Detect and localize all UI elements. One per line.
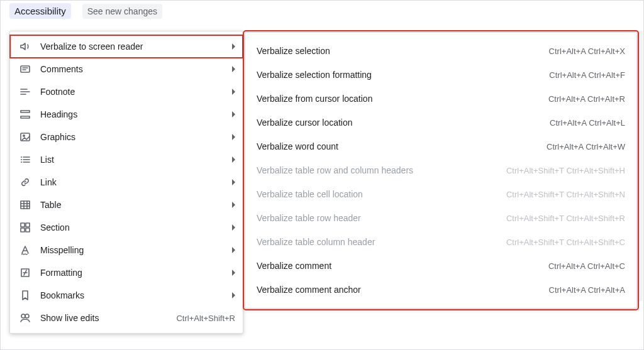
chevron-right-icon [232, 270, 235, 276]
formatting-icon [19, 266, 31, 279]
verbalize-submenu: Verbalize selectionCtrl+Alt+A Ctrl+Alt+X… [245, 32, 637, 309]
submenu-item[interactable]: Verbalize selectionCtrl+Alt+A Ctrl+Alt+X [245, 39, 636, 63]
chevron-right-icon [232, 202, 235, 208]
chevron-right-icon [232, 43, 235, 50]
dropdown-item-label: Headings [40, 109, 227, 119]
section-icon [19, 221, 31, 234]
submenu-item[interactable]: Verbalize word countCtrl+Alt+A Ctrl+Alt+… [245, 134, 636, 158]
svg-point-15 [25, 314, 29, 318]
dropdown-item-label: Section [40, 222, 227, 232]
submenu-item-shortcut: Ctrl+Alt+A Ctrl+Alt+X [549, 46, 625, 56]
dropdown-item-label: Misspelling [40, 245, 227, 255]
list-icon [19, 153, 31, 166]
svg-point-14 [21, 314, 25, 318]
submenu-item-shortcut: Ctrl+Alt+A Ctrl+Alt+F [549, 70, 625, 80]
svg-point-5 [21, 156, 22, 158]
chevron-right-icon [232, 156, 235, 163]
submenu-item[interactable]: Verbalize from cursor locationCtrl+Alt+A… [245, 87, 636, 111]
misspelling-icon [19, 244, 31, 256]
dropdown-item-list[interactable]: List [10, 148, 243, 171]
dropdown-item-bookmarks[interactable]: Bookmarks [10, 284, 243, 307]
submenu-item[interactable]: Verbalize commentCtrl+Alt+A Ctrl+Alt+C [245, 254, 636, 278]
accessibility-dropdown: Verbalize to screen readerCommentsFootno… [9, 31, 243, 334]
svg-point-7 [21, 161, 22, 163]
submenu-item-shortcut: Ctrl+Alt+A Ctrl+Alt+A [549, 285, 625, 295]
submenu-item-shortcut: Ctrl+Alt+A Ctrl+Alt+W [547, 142, 625, 151]
dropdown-item-label: Verbalize to screen reader [40, 41, 227, 52]
chevron-right-icon [232, 89, 235, 95]
dropdown-item-table[interactable]: Table [10, 194, 243, 216]
submenu-item-shortcut: Ctrl+Alt+Shift+T Ctrl+Alt+Shift+R [506, 214, 625, 223]
dropdown-item-label: Comments [40, 64, 227, 74]
dropdown-item-label: Footnote [40, 87, 227, 97]
live-edits-icon [19, 312, 31, 324]
submenu-item-label: Verbalize word count [257, 141, 338, 151]
svg-rect-2 [21, 116, 30, 118]
chevron-right-icon [232, 111, 235, 118]
submenu-item[interactable]: Verbalize cursor locationCtrl+Alt+A Ctrl… [245, 111, 636, 134]
submenu-item-label: Verbalize table column header [257, 237, 375, 247]
comments-icon [19, 63, 31, 75]
dropdown-item-section[interactable]: Section [10, 216, 243, 239]
toolbar: Accessibility See new changes [1, 1, 643, 24]
chevron-right-icon [232, 224, 235, 231]
dropdown-item-label: Bookmarks [40, 290, 227, 300]
dropdown-item-misspelling[interactable]: Misspelling [10, 239, 243, 261]
submenu-item-shortcut: Ctrl+Alt+A Ctrl+Alt+L [550, 118, 625, 128]
headings-icon [19, 108, 31, 121]
submenu-item-shortcut: Ctrl+Alt+Shift+T Ctrl+Alt+Shift+H [506, 166, 625, 175]
footnote-icon [19, 85, 31, 98]
speaker-icon [19, 40, 31, 53]
submenu-item-label: Verbalize table cell location [257, 189, 363, 199]
svg-rect-1 [21, 111, 30, 112]
link-icon [19, 176, 31, 189]
chevron-right-icon [232, 179, 235, 185]
chevron-right-icon [232, 66, 235, 72]
dropdown-item-shortcut: Ctrl+Alt+Shift+R [176, 314, 235, 323]
dropdown-item-label: Show live edits [40, 313, 176, 323]
svg-rect-10 [26, 223, 30, 227]
svg-point-4 [23, 135, 25, 136]
submenu-item-label: Verbalize comment [257, 261, 331, 271]
dropdown-item-headings[interactable]: Headings [10, 103, 243, 126]
submenu-item: Verbalize table cell locationCtrl+Alt+Sh… [245, 182, 636, 206]
svg-point-6 [21, 159, 22, 160]
dropdown-item-label: List [40, 155, 227, 165]
submenu-item-shortcut: Ctrl+Alt+A Ctrl+Alt+C [548, 261, 625, 271]
submenu-item-label: Verbalize selection [257, 46, 330, 56]
bookmarks-icon [19, 289, 31, 302]
dropdown-item-formatting[interactable]: Formatting [10, 261, 243, 284]
chevron-right-icon [232, 134, 235, 140]
dropdown-item-label: Table [40, 200, 227, 210]
submenu-item-label: Verbalize table row header [257, 213, 361, 223]
dropdown-item-footnote[interactable]: Footnote [10, 80, 243, 103]
submenu-item-shortcut: Ctrl+Alt+Shift+T Ctrl+Alt+Shift+C [506, 238, 625, 247]
chevron-right-icon [232, 292, 235, 298]
see-new-changes-button[interactable]: See new changes [82, 4, 162, 19]
submenu-item[interactable]: Verbalize selection formattingCtrl+Alt+A… [245, 63, 636, 87]
graphics-icon [19, 131, 31, 143]
submenu-item-shortcut: Ctrl+Alt+Shift+T Ctrl+Alt+Shift+N [506, 190, 625, 199]
submenu-item-shortcut: Ctrl+Alt+A Ctrl+Alt+R [548, 94, 625, 104]
dropdown-item-comments[interactable]: Comments [10, 58, 243, 80]
menu-tab-accessibility[interactable]: Accessibility [9, 3, 71, 19]
table-icon [19, 199, 31, 211]
dropdown-item-graphics[interactable]: Graphics [10, 126, 243, 148]
dropdown-item-label: Graphics [40, 132, 227, 142]
dropdown-item-label: Link [40, 177, 227, 187]
submenu-item[interactable]: Verbalize comment anchorCtrl+Alt+A Ctrl+… [245, 278, 636, 302]
svg-rect-12 [26, 228, 30, 232]
svg-rect-9 [21, 223, 25, 227]
chevron-right-icon [232, 247, 235, 253]
submenu-item-label: Verbalize comment anchor [257, 285, 361, 295]
dropdown-item-link[interactable]: Link [10, 171, 243, 194]
submenu-item-label: Verbalize cursor location [257, 118, 353, 128]
svg-rect-8 [21, 201, 30, 209]
submenu-item-label: Verbalize table row and column headers [257, 165, 413, 175]
submenu-item-label: Verbalize selection formatting [257, 70, 372, 80]
dropdown-item-live-edits[interactable]: Show live editsCtrl+Alt+Shift+R [10, 307, 243, 329]
submenu-item: Verbalize table column headerCtrl+Alt+Sh… [245, 230, 636, 254]
submenu-item: Verbalize table row and column headersCt… [245, 158, 636, 182]
dropdown-item-label: Formatting [40, 268, 227, 278]
dropdown-item-speaker[interactable]: Verbalize to screen reader [10, 35, 243, 58]
